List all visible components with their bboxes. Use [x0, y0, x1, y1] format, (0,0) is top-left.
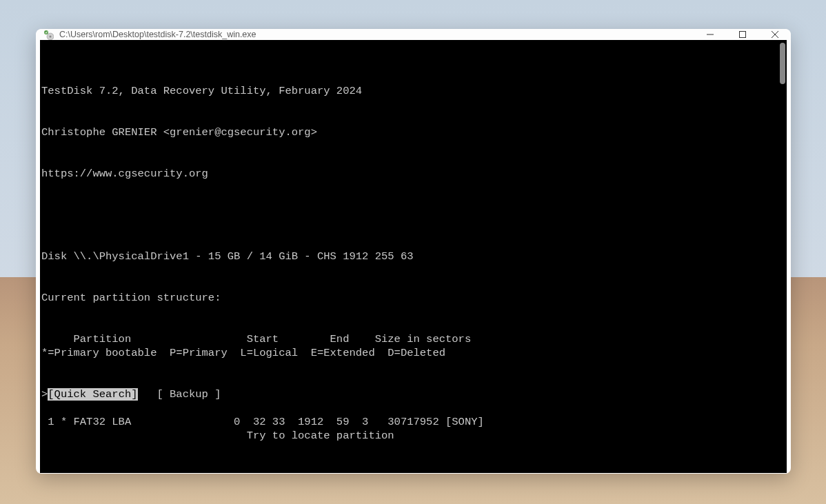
disk-info-line: Disk \\.\PhysicalDrive1 - 15 GB / 14 GiB…: [41, 250, 787, 263]
minimize-button[interactable]: [694, 29, 726, 40]
prompt-char: >: [41, 388, 48, 401]
application-window: C:\Users\rom\Desktop\testdisk-7.2\testdi…: [36, 29, 791, 474]
quick-search-option[interactable]: [Quick Search]: [48, 388, 137, 401]
menu-line: >[Quick Search] [ Backup ]: [41, 387, 445, 401]
window-title: C:\Users\rom\Desktop\testdisk-7.2\testdi…: [59, 30, 694, 39]
svg-point-2: [44, 30, 48, 34]
structure-line: Current partition structure:: [41, 291, 787, 305]
close-button[interactable]: [758, 29, 791, 40]
backup-option[interactable]: [ Backup ]: [157, 388, 221, 401]
svg-rect-4: [739, 32, 745, 38]
header-line-2: Christophe GRENIER <grenier@cgsecurity.o…: [41, 125, 787, 139]
maximize-button[interactable]: [726, 29, 758, 40]
header-line-1: TestDisk 7.2, Data Recovery Utility, Feb…: [41, 84, 787, 98]
titlebar[interactable]: C:\Users\rom\Desktop\testdisk-7.2\testdi…: [36, 29, 791, 40]
svg-point-1: [50, 36, 52, 38]
hint-line: Try to locate partition: [41, 429, 445, 443]
legend-line: *=Primary bootable P=Primary L=Logical E…: [41, 346, 445, 360]
terminal-content[interactable]: TestDisk 7.2, Data Recovery Utility, Feb…: [40, 40, 787, 473]
scrollbar-thumb[interactable]: [780, 43, 785, 84]
header-line-3: https://www.cgsecurity.org: [41, 167, 787, 181]
testdisk-app-icon: [43, 29, 54, 40]
blank-line: [41, 208, 787, 222]
window-controls: [694, 29, 791, 40]
